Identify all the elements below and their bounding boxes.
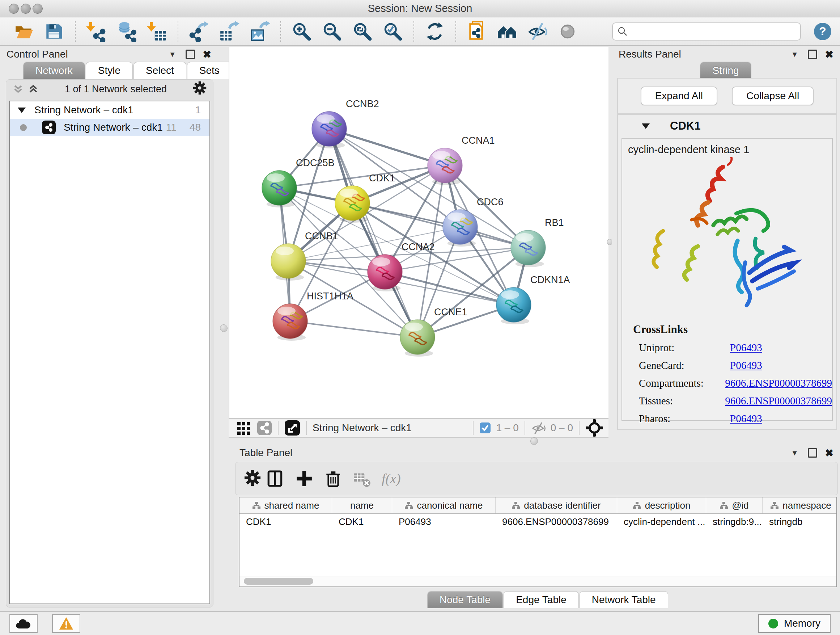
zoom-fit-icon[interactable] <box>352 21 373 42</box>
export-image-icon[interactable] <box>249 21 270 42</box>
panel-close-icon[interactable]: ✖ <box>825 49 834 60</box>
node-table[interactable]: shared namename canonical name database … <box>239 497 837 587</box>
zoom-selected-icon[interactable] <box>382 21 403 42</box>
left-splitter-handle[interactable] <box>220 325 227 332</box>
hide-eye-icon[interactable] <box>527 21 548 42</box>
panel-minimize-icon[interactable]: ▼ <box>791 449 798 457</box>
network-view-canvas[interactable]: CCNB2 CCNA1 CDC25B CDK1 CDC6 RB1 CCNB1 C… <box>229 47 608 418</box>
open-external-icon[interactable] <box>284 420 300 436</box>
panel-float-icon[interactable] <box>186 50 195 59</box>
tab-style[interactable]: Style <box>86 62 133 79</box>
show-columns-icon[interactable] <box>266 470 284 488</box>
import-database-icon[interactable] <box>116 21 137 42</box>
crosslink-link[interactable]: P06493 <box>730 342 762 354</box>
panel-float-icon[interactable] <box>808 50 817 59</box>
expand-all-button[interactable]: Expand All <box>641 87 717 105</box>
window-close-button[interactable] <box>9 4 19 14</box>
network-graph[interactable]: CCNB2 CCNA1 CDC25B CDK1 CDC6 RB1 CCNB1 C… <box>229 47 608 418</box>
gene-collapse-icon[interactable] <box>642 124 650 129</box>
collapse-all-button[interactable]: Collapse All <box>732 87 813 105</box>
table-cell: stringdb:9... <box>706 514 763 529</box>
svg-text:CDC25B: CDC25B <box>296 157 335 168</box>
collapse-all-icon[interactable] <box>13 83 24 95</box>
network-share-gray-icon[interactable] <box>257 420 272 435</box>
add-column-icon[interactable] <box>295 470 313 488</box>
birds-eye-view-icon[interactable] <box>585 419 603 437</box>
column-header[interactable]: shared name <box>240 497 332 513</box>
panel-float-icon[interactable] <box>808 448 817 458</box>
table-horizontal-scrollbar[interactable] <box>240 576 836 586</box>
help-button[interactable]: ? <box>814 23 831 40</box>
gene-result-group: CDK1 cyclin-dependent kinase 1 <box>617 114 837 430</box>
table-tabs: Node Table Edge Table Network Table <box>427 591 669 608</box>
zoom-out-icon[interactable] <box>322 21 343 42</box>
open-session-icon[interactable] <box>13 21 34 42</box>
expand-all-icon[interactable] <box>28 83 39 95</box>
window-zoom-button[interactable] <box>33 4 43 14</box>
network-view-statusbar: String Network – cdk1 1 – 0 0 – 0 <box>229 418 608 438</box>
memory-label: Memory <box>784 618 821 629</box>
table-cell: 9606.ENSP00000378699 <box>496 514 617 529</box>
crosslink-link[interactable]: P06493 <box>730 413 762 424</box>
toolbar-separator <box>414 21 414 42</box>
edge-count: 48 <box>189 122 201 133</box>
scrollbar-thumb[interactable] <box>244 578 313 585</box>
tab-node-table[interactable]: Node Table <box>427 591 503 608</box>
table-header-row[interactable]: shared namename canonical name database … <box>240 497 836 514</box>
copy-network-document-icon[interactable] <box>466 21 487 42</box>
memory-button[interactable]: Memory <box>758 614 831 633</box>
panel-close-icon[interactable]: ✖ <box>825 447 834 459</box>
tab-network-table[interactable]: Network Table <box>579 591 668 608</box>
svg-text:CDC6: CDC6 <box>477 196 504 207</box>
network-collection-row[interactable]: String Network – cdk1 1 <box>10 101 210 119</box>
crosslink-link[interactable]: 9606.ENSP00000378699 <box>725 395 832 407</box>
current-network-title: String Network – cdk1 <box>313 422 412 434</box>
tab-edge-table[interactable]: Edge Table <box>504 591 579 608</box>
panel-minimize-icon[interactable]: ▼ <box>169 50 176 59</box>
toolbar-separator <box>455 21 456 42</box>
zoom-in-icon[interactable] <box>291 21 312 42</box>
tab-select[interactable]: Select <box>134 62 186 79</box>
network-options-gear-icon[interactable] <box>193 81 207 97</box>
home-networks-icon[interactable] <box>497 21 518 42</box>
svg-text:CCNB2: CCNB2 <box>346 98 379 109</box>
warnings-button[interactable] <box>52 614 80 633</box>
column-header[interactable]: canonical name <box>392 497 496 513</box>
network-row-selected[interactable]: String Network – cdk1 11 48 <box>10 119 210 136</box>
refresh-icon[interactable] <box>424 21 445 42</box>
tab-network[interactable]: Network <box>23 62 85 79</box>
cloud-status-button[interactable] <box>9 614 38 633</box>
export-table-icon[interactable] <box>219 21 240 42</box>
crosslink-link[interactable]: P06493 <box>730 359 762 371</box>
toolbar-separator <box>75 21 76 42</box>
column-header[interactable]: description <box>617 497 706 513</box>
table-settings-gear-icon[interactable] <box>244 470 261 488</box>
tab-string[interactable]: String <box>700 62 751 79</box>
table-row[interactable]: CDK1CDK1P064939606.ENSP00000378699cyclin… <box>240 514 836 529</box>
svg-text:RB1: RB1 <box>545 217 564 228</box>
panel-minimize-icon[interactable]: ▼ <box>791 50 798 59</box>
crosslink-row: Compartments: 9606.ENSP00000378699 <box>633 377 832 389</box>
column-header[interactable]: @id <box>706 497 763 513</box>
tree-expand-icon[interactable] <box>18 108 26 113</box>
column-header[interactable]: database identifier <box>496 497 617 513</box>
node-count: 11 <box>166 122 177 133</box>
selected-checkbox-icon[interactable] <box>479 422 491 434</box>
tab-sets[interactable]: Sets <box>187 62 232 79</box>
grid-view-icon[interactable] <box>237 421 251 435</box>
column-header[interactable]: name <box>332 497 392 513</box>
search-input[interactable] <box>628 25 796 37</box>
export-network-icon[interactable] <box>188 21 210 42</box>
column-header[interactable]: namespace <box>763 497 837 513</box>
import-table-icon[interactable] <box>147 21 167 42</box>
delete-column-icon[interactable] <box>324 470 342 488</box>
window-minimize-button[interactable] <box>21 4 31 14</box>
results-panel: Results Panel ▼ ✖ String Expand All Coll… <box>612 47 840 446</box>
save-session-icon[interactable] <box>44 21 65 42</box>
import-network-icon[interactable] <box>86 21 107 42</box>
horizontal-splitter-handle[interactable] <box>531 437 538 445</box>
tree-column-icon <box>404 501 413 509</box>
crosslink-link[interactable]: 9606.ENSP00000378699 <box>725 377 832 389</box>
lens-eye-icon[interactable] <box>557 21 578 42</box>
panel-close-icon[interactable]: ✖ <box>203 49 211 60</box>
